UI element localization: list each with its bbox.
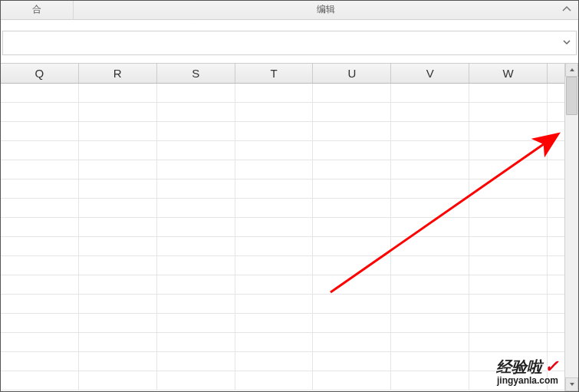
cell[interactable] [1,256,79,275]
cell[interactable] [548,160,564,179]
cell[interactable] [157,237,235,255]
cell[interactable] [79,122,157,140]
cell[interactable] [391,122,469,140]
cell[interactable] [313,352,391,371]
cell[interactable] [235,218,314,236]
cell[interactable] [469,84,548,102]
cell[interactable] [235,371,314,390]
cell[interactable] [235,314,314,332]
column-header-W[interactable]: W [469,64,548,83]
cell[interactable] [235,141,314,160]
cell[interactable] [548,103,564,121]
cell[interactable] [313,256,391,275]
cell[interactable] [235,84,314,102]
column-header-V[interactable]: V [391,64,469,83]
cell[interactable] [391,84,469,102]
column-header-S[interactable]: S [157,64,235,83]
cell[interactable] [391,256,469,275]
cell[interactable] [235,180,314,198]
cell[interactable] [157,314,235,332]
cell[interactable] [235,160,314,179]
ribbon-group-edit[interactable]: 编辑 [74,1,578,19]
formula-expand-icon[interactable] [562,38,571,48]
column-header-U[interactable]: U [313,64,391,83]
cell[interactable] [235,256,314,275]
cell[interactable] [1,371,79,390]
cell[interactable] [1,333,79,351]
cell[interactable] [313,237,391,255]
cell[interactable] [1,295,79,313]
cell[interactable] [79,218,157,236]
scroll-track[interactable] [565,77,578,377]
cell[interactable] [548,256,564,275]
cell[interactable] [1,122,79,140]
cell[interactable] [79,314,157,332]
cell[interactable] [391,237,469,255]
cell[interactable] [1,352,79,371]
cell[interactable] [469,180,548,198]
cell[interactable] [1,275,79,294]
cell[interactable] [548,84,564,102]
cell[interactable] [391,218,469,236]
cell[interactable] [469,160,548,179]
cell[interactable] [79,333,157,351]
cell[interactable] [235,103,314,121]
grid-body[interactable] [1,84,564,390]
vertical-scrollbar[interactable] [564,63,578,391]
cell[interactable] [548,295,564,313]
cell[interactable] [313,141,391,160]
formula-bar[interactable] [2,31,577,55]
cell[interactable] [313,84,391,102]
cell[interactable] [391,275,469,294]
cell[interactable] [469,314,548,332]
cell[interactable] [548,237,564,255]
cell[interactable] [548,314,564,332]
cell[interactable] [313,333,391,351]
cell[interactable] [157,122,235,140]
ribbon-collapse-icon[interactable] [561,4,572,15]
cell[interactable] [469,122,548,140]
cell[interactable] [79,237,157,255]
cell[interactable] [313,199,391,217]
cell[interactable] [469,141,548,160]
cell[interactable] [391,160,469,179]
cell[interactable] [391,103,469,121]
cell[interactable] [157,275,235,294]
cell[interactable] [79,180,157,198]
cell[interactable] [391,295,469,313]
cell[interactable] [79,141,157,160]
cell[interactable] [548,275,564,294]
cell[interactable] [548,199,564,217]
cell[interactable] [157,199,235,217]
cell[interactable] [157,256,235,275]
cell[interactable] [313,371,391,390]
cell[interactable] [235,237,314,255]
cell[interactable] [235,275,314,294]
column-header-R[interactable]: R [79,64,157,83]
cell[interactable] [157,84,235,102]
cell[interactable] [1,237,79,255]
cell[interactable] [1,84,79,102]
cell[interactable] [79,103,157,121]
cell[interactable] [1,103,79,121]
cell[interactable] [1,199,79,217]
cell[interactable] [79,275,157,294]
cell[interactable] [313,314,391,332]
cell[interactable] [79,199,157,217]
cell[interactable] [79,256,157,275]
cell[interactable] [235,295,314,313]
cell[interactable] [79,371,157,390]
cell[interactable] [79,160,157,179]
cell[interactable] [157,371,235,390]
cell[interactable] [469,103,548,121]
column-header-T[interactable]: T [235,64,314,83]
cell[interactable] [235,199,314,217]
scroll-thumb[interactable] [566,77,577,115]
cell[interactable] [469,275,548,294]
cell[interactable] [313,180,391,198]
cell[interactable] [548,180,564,198]
cell[interactable] [313,103,391,121]
cell[interactable] [391,314,469,332]
cell[interactable] [79,352,157,371]
cell[interactable] [313,218,391,236]
